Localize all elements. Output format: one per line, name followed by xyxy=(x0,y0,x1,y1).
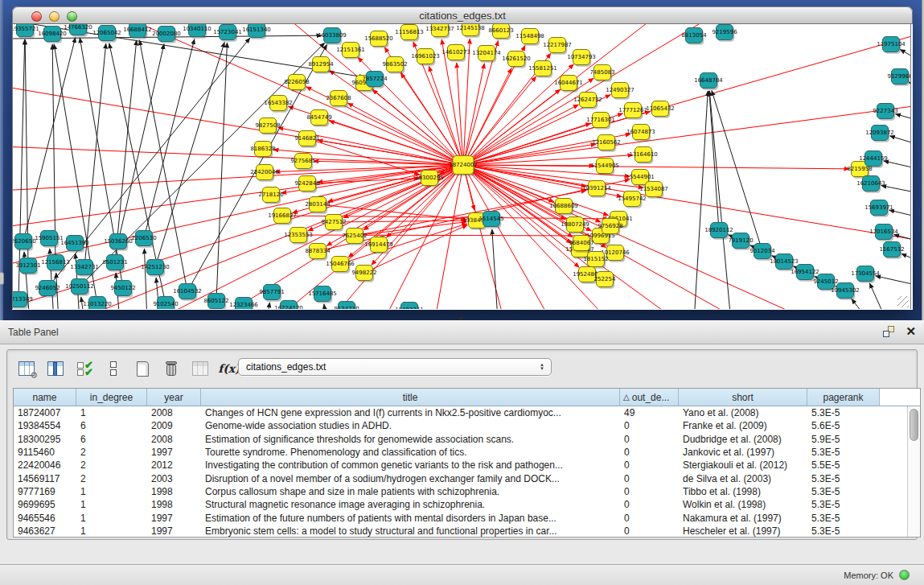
yellow-node[interactable]: 8427512 xyxy=(321,215,346,232)
yellow-node[interactable]: 8454749 xyxy=(306,110,331,127)
vertical-scrollbar[interactable] xyxy=(907,406,920,537)
table-settings-button[interactable]: ⚙ xyxy=(17,359,36,378)
teal-node[interactable]: 9134210 xyxy=(334,302,359,310)
column-header-name[interactable]: name xyxy=(14,389,76,406)
table-row[interactable]: 977716911998Corpus callosum shape and si… xyxy=(14,485,907,498)
yellow-node[interactable]: 17716301 xyxy=(586,113,615,130)
teal-node[interactable]: 9219596 xyxy=(712,25,737,42)
teal-node[interactable]: 9857791 xyxy=(259,285,284,302)
function-builder-button[interactable]: f(x) xyxy=(220,359,239,378)
teal-node[interactable]: 17304554 xyxy=(851,266,880,283)
yellow-node[interactable]: 7625402 xyxy=(342,229,367,245)
yellow-node[interactable]: 8226058 xyxy=(284,75,309,92)
table-row[interactable]: 946554611997Estimation of the future num… xyxy=(14,511,907,524)
new-table-button[interactable] xyxy=(133,359,152,378)
yellow-node[interactable]: 13204174 xyxy=(472,46,501,63)
teal-node[interactable]: 9329966 xyxy=(887,69,911,86)
yellow-node[interactable]: 9498222 xyxy=(351,266,376,282)
teal-node[interactable]: 15716485 xyxy=(308,286,337,303)
table-select-dropdown[interactable]: citations_edges.txt ▲▼ xyxy=(238,358,552,376)
yellow-node[interactable]: 16543382 xyxy=(264,96,293,113)
teal-node[interactable]: 11013220 xyxy=(83,297,112,310)
yellow-node[interactable]: 11548498 xyxy=(515,29,544,46)
teal-node[interactable]: 12093872 xyxy=(865,126,894,142)
teal-node[interactable]: 14766320 xyxy=(64,24,92,37)
yellow-node[interactable]: 19166827 xyxy=(268,208,297,225)
yellow-node[interactable]: 15046766 xyxy=(326,257,355,274)
yellow-node[interactable]: 11544905 xyxy=(590,159,619,175)
table-row[interactable]: 1872400712008Changes of HCN gene express… xyxy=(14,406,907,419)
yellow-node[interactable]: 9863502 xyxy=(382,57,407,74)
yellow-node[interactable]: 15581251 xyxy=(528,61,557,78)
yellow-node[interactable]: 12145138 xyxy=(456,24,485,38)
stepper-arrows-icon[interactable]: ▲▼ xyxy=(536,363,551,371)
teal-node[interactable]: 20002080 xyxy=(152,27,181,43)
teal-node[interactable]: 9227343 xyxy=(873,104,897,121)
teal-node[interactable]: 15036260 xyxy=(104,234,133,251)
teal-node[interactable]: 12156813 xyxy=(41,255,70,272)
yellow-node[interactable]: 12160562 xyxy=(592,135,621,152)
delete-column-button[interactable] xyxy=(191,359,210,378)
teal-node[interactable]: 10340110 xyxy=(183,24,211,39)
column-header-short[interactable]: short xyxy=(679,389,807,406)
teal-node[interactable]: 1167532 xyxy=(879,242,904,259)
yellow-node[interactable]: 17771267 xyxy=(618,103,647,120)
yellow-node[interactable]: 22420046 xyxy=(250,165,279,182)
teal-node[interactable]: 15402211 xyxy=(395,303,424,310)
scrollbar-thumb[interactable] xyxy=(910,409,918,441)
yellow-node[interactable]: 8186328 xyxy=(250,142,275,159)
show-columns-button[interactable] xyxy=(46,359,65,378)
teal-node[interactable]: 15723041 xyxy=(213,25,242,42)
yellow-node[interactable]: 12353553 xyxy=(284,228,313,245)
table-row[interactable]: 2242004622012Investigating the contribut… xyxy=(14,459,907,472)
yellow-node[interactable]: 13164610 xyxy=(629,147,658,164)
yellow-node[interactable]: 15688520 xyxy=(364,31,393,48)
hidden-panel-tab[interactable] xyxy=(0,272,4,285)
close-panel-icon[interactable]: ✕ xyxy=(906,326,916,337)
table-row[interactable]: 1456911722003Disruption of a novel membe… xyxy=(14,472,907,484)
yellow-node[interactable]: 18724007 xyxy=(449,156,478,176)
yellow-node[interactable]: 11065432 xyxy=(646,101,675,118)
yellow-node[interactable]: 14610273 xyxy=(441,45,470,62)
teal-node[interactable]: 2206530 xyxy=(131,231,156,248)
window-resize-grip[interactable] xyxy=(897,296,909,307)
memory-ok-icon[interactable] xyxy=(899,570,910,580)
yellow-node[interactable]: 8660123 xyxy=(488,24,513,40)
teal-node[interactable]: 9450122 xyxy=(110,281,135,298)
yellow-node[interactable]: 9275685 xyxy=(290,154,315,171)
network-canvas[interactable]: 1872400712151361891295482260581654338298… xyxy=(12,24,911,309)
teal-node[interactable]: 12213349 xyxy=(13,292,33,309)
select-rows-button[interactable]: ✔✔ xyxy=(75,359,94,378)
teal-node[interactable]: 16451390 xyxy=(60,236,89,253)
yellow-node[interactable]: 15495742 xyxy=(618,192,647,208)
teal-node[interactable]: 16104532 xyxy=(173,284,202,301)
column-header-year[interactable]: year xyxy=(147,389,201,406)
teal-node[interactable]: 10250112 xyxy=(65,279,94,296)
teal-node[interactable]: 12323466 xyxy=(229,298,258,310)
yellow-node[interactable]: 11156813 xyxy=(395,25,424,42)
yellow-node[interactable]: 9827508 xyxy=(255,118,280,135)
teal-node[interactable]: 9102540 xyxy=(153,297,178,310)
column-header-out_degree[interactable]: △out_de... xyxy=(620,389,679,406)
yellow-node[interactable]: 9146821 xyxy=(294,131,319,148)
float-panel-icon[interactable] xyxy=(883,326,894,337)
yellow-node[interactable]: 12151361 xyxy=(336,43,365,60)
teal-node[interactable]: 13342731 xyxy=(70,260,99,277)
teal-node[interactable]: 16151340 xyxy=(242,24,271,39)
yellow-node[interactable]: 12217987 xyxy=(543,38,572,55)
yellow-node[interactable]: 12490327 xyxy=(606,83,634,100)
yellow-node[interactable]: 16074873 xyxy=(626,125,655,142)
yellow-node[interactable]: 16961023 xyxy=(411,49,440,66)
teal-node[interactable]: 15693971 xyxy=(864,200,893,217)
network-window[interactable]: citations_edges.txt 18724007121513618912… xyxy=(12,6,913,310)
teal-node[interactable]: 8501231 xyxy=(102,255,127,272)
column-header-title[interactable]: title xyxy=(201,389,620,406)
table-row[interactable]: 946362711997Embryonic stem cells: a mode… xyxy=(14,525,907,538)
teal-node[interactable]: 2620650 xyxy=(13,234,36,251)
teal-node[interactable]: 12065042 xyxy=(92,26,121,43)
teal-node[interactable]: 17016534 xyxy=(869,225,898,241)
teal-node[interactable]: 16033809 xyxy=(318,28,347,45)
teal-node[interactable]: 19355721 xyxy=(13,24,39,39)
table-row[interactable]: 1830029562008Estimation of significance … xyxy=(14,433,907,446)
teal-node[interactable]: 16224120 xyxy=(274,301,303,310)
